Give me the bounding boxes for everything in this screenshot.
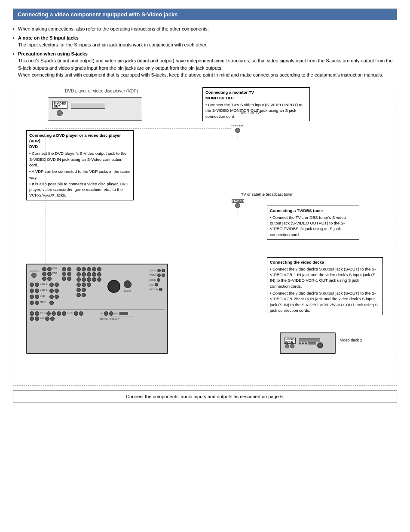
intro-section: When making connections, also refer to t… xyxy=(13,25,397,79)
intro-bullet-3: Precaution when using S-jacks This unit'… xyxy=(13,50,397,79)
diagram-area: DVD player or video disc player (VDP) S-… xyxy=(13,85,397,386)
monitor-connection-box: Connecting a monitor TV MONITOR OUT • Co… xyxy=(202,87,310,121)
bottom-note: Connect the components' audio inputs and… xyxy=(13,390,397,403)
main-knob xyxy=(107,280,120,293)
tvdbs-area: S-VIDEO TV or satellite broadcast tuner xyxy=(241,191,293,197)
video-deck-2: S-VIDEOOUT IN xyxy=(280,332,336,354)
monitor-tv-area: S-VIDEO Monitor TV xyxy=(241,109,260,115)
video-deck-2-label: Video deck 2 xyxy=(340,338,362,342)
tvdbs-label: TV or satellite broadcast tuner xyxy=(241,192,293,197)
right-dashed-line xyxy=(231,128,231,363)
left-dashed-line xyxy=(46,128,46,266)
tvdbs-connection-box: Connecting a TV/DBS tuner • Connect the … xyxy=(267,206,359,240)
av-receiver: S-VIDEO VDP xyxy=(26,264,168,354)
top-dashed-line xyxy=(46,128,231,129)
bottom-dashed-line xyxy=(46,266,230,266)
intro-bullet-2: A note on the S input jacks The input se… xyxy=(13,34,397,49)
svideo-out-badge: S-VIDEOOUT xyxy=(52,101,67,109)
av-receiver-inner: S-VIDEO VDP xyxy=(27,264,167,323)
monitor-tv-label: Monitor TV xyxy=(241,111,260,115)
dvd-device-label: DVD player or video disc player (VDP) xyxy=(65,89,138,93)
dvd-player-device: S-VIDEOOUT · · · · · · · · · · · · xyxy=(48,97,142,121)
videodecks-connection-box: Connecting the video decks • Connect the… xyxy=(267,257,383,316)
deck-2-controls: S-VIDEOOUT IN xyxy=(281,333,335,353)
page-title: Connecting a video component equipped wi… xyxy=(13,9,397,20)
dvd-slot xyxy=(71,103,105,109)
intro-bullet-1: When making connections, also refer to t… xyxy=(13,25,397,33)
dvd-connection-box: Connecting a DVD player or a video disc … xyxy=(26,130,134,200)
